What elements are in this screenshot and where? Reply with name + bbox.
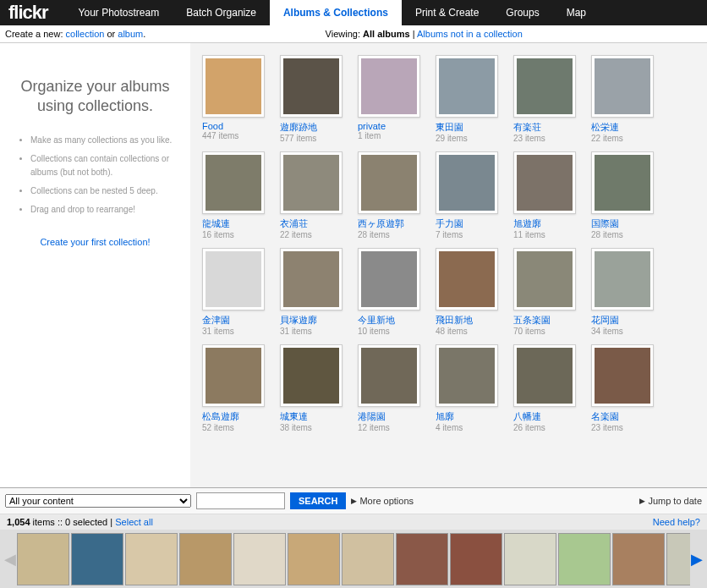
album-title[interactable]: 城東連: [280, 410, 346, 423]
album-title[interactable]: private: [358, 121, 424, 131]
album-title[interactable]: 名楽園: [591, 410, 657, 423]
content-filter-select[interactable]: All your content: [5, 494, 191, 508]
album-title[interactable]: 有楽荘: [513, 121, 579, 134]
strip-thumb[interactable]: [17, 533, 69, 585]
album-thumbnail[interactable]: [591, 248, 654, 310]
album-thumbnail[interactable]: [591, 55, 654, 118]
album-thumbnail[interactable]: [436, 55, 498, 118]
album-item[interactable]: 八幡連26 items: [513, 344, 579, 432]
more-options-toggle[interactable]: ▶More options: [351, 496, 414, 506]
album-item[interactable]: 松島遊廓52 items: [202, 344, 268, 432]
album-title[interactable]: 手力園: [436, 217, 501, 230]
album-title[interactable]: 松栄連: [591, 121, 657, 134]
album-title[interactable]: 五条楽園: [513, 314, 579, 327]
album-item[interactable]: Food447 items: [202, 55, 268, 143]
select-all-link[interactable]: Select all: [115, 517, 153, 527]
album-title[interactable]: 松島遊廓: [202, 410, 268, 423]
album-thumbnail[interactable]: [202, 151, 265, 214]
album-title[interactable]: 花岡園: [591, 314, 657, 327]
album-item[interactable]: 城東連38 items: [280, 344, 346, 432]
album-title[interactable]: 龍城連: [202, 217, 268, 230]
album-item[interactable]: 五条楽園70 items: [513, 248, 579, 336]
strip-thumb[interactable]: [450, 533, 502, 585]
strip-thumb[interactable]: [558, 533, 611, 585]
album-thumbnail[interactable]: [280, 344, 343, 407]
album-item[interactable]: private1 item: [358, 55, 424, 143]
nav-tab-print-create[interactable]: Print & Create: [402, 0, 492, 25]
album-item[interactable]: 金津園31 items: [202, 248, 268, 336]
strip-next-button[interactable]: ▶: [690, 550, 704, 569]
create-collection-link[interactable]: collection: [66, 29, 105, 39]
strip-thumb[interactable]: [233, 533, 286, 585]
album-title[interactable]: 東田園: [436, 121, 501, 134]
album-thumbnail[interactable]: [436, 151, 498, 214]
nav-tab-batch-organize[interactable]: Batch Organize: [173, 0, 270, 25]
album-item[interactable]: 旭廓4 items: [436, 344, 501, 432]
album-title[interactable]: 旭廓: [436, 410, 501, 423]
need-help-link[interactable]: Need help?: [653, 517, 700, 527]
jump-to-date-toggle[interactable]: ▶Jump to date: [639, 496, 702, 506]
strip-thumb[interactable]: [288, 533, 340, 585]
not-in-collection-link[interactable]: Albums not in a collection: [417, 29, 523, 39]
album-item[interactable]: 西ヶ原遊郭28 items: [358, 151, 424, 239]
album-thumbnail[interactable]: [202, 248, 265, 310]
album-thumbnail[interactable]: [513, 248, 576, 310]
album-item[interactable]: 有楽荘23 items: [513, 55, 579, 143]
album-title[interactable]: 貝塚遊廓: [280, 314, 346, 327]
album-thumbnail[interactable]: [358, 344, 420, 407]
album-title[interactable]: 今里新地: [358, 314, 424, 327]
album-thumbnail[interactable]: [358, 248, 420, 310]
search-input[interactable]: [196, 492, 285, 509]
strip-thumb[interactable]: [666, 533, 690, 585]
nav-tab-map[interactable]: Map: [553, 0, 600, 25]
search-button[interactable]: SEARCH: [290, 492, 346, 509]
album-thumbnail[interactable]: [513, 151, 576, 214]
album-item[interactable]: 国際園28 items: [591, 151, 657, 239]
strip-prev-button[interactable]: ◀: [3, 550, 17, 569]
album-item[interactable]: 今里新地10 items: [358, 248, 424, 336]
strip-thumb[interactable]: [504, 533, 556, 585]
strip-thumb[interactable]: [179, 533, 232, 585]
album-item[interactable]: 衣浦荘22 items: [280, 151, 346, 239]
flickr-logo[interactable]: flickr: [8, 2, 48, 24]
album-item[interactable]: 東田園29 items: [436, 55, 501, 143]
album-thumbnail[interactable]: [591, 151, 654, 214]
create-first-collection-link[interactable]: Create your first collection!: [40, 237, 150, 247]
album-thumbnail[interactable]: [280, 55, 343, 118]
strip-thumb[interactable]: [612, 533, 665, 585]
strip-thumb[interactable]: [71, 533, 123, 585]
album-item[interactable]: 旭遊廓11 items: [513, 151, 579, 239]
album-item[interactable]: 花岡園34 items: [591, 248, 657, 336]
album-title[interactable]: 旭遊廓: [513, 217, 579, 230]
album-thumbnail[interactable]: [280, 248, 343, 310]
album-thumbnail[interactable]: [436, 248, 498, 310]
album-thumbnail[interactable]: [280, 151, 343, 214]
album-item[interactable]: 港陽園12 items: [358, 344, 424, 432]
album-title[interactable]: 国際園: [591, 217, 657, 230]
album-item[interactable]: 貝塚遊廓31 items: [280, 248, 346, 336]
album-title[interactable]: 西ヶ原遊郭: [358, 217, 424, 230]
create-album-link[interactable]: album: [118, 29, 143, 39]
album-item[interactable]: 飛田新地48 items: [436, 248, 501, 336]
album-item[interactable]: 手力園7 items: [436, 151, 501, 239]
album-title[interactable]: 金津園: [202, 314, 268, 327]
album-item[interactable]: 名楽園23 items: [591, 344, 657, 432]
album-item[interactable]: 松栄連22 items: [591, 55, 657, 143]
album-item[interactable]: 龍城連16 items: [202, 151, 268, 239]
album-thumbnail[interactable]: [202, 344, 265, 407]
album-thumbnail[interactable]: [591, 344, 654, 407]
album-title[interactable]: 飛田新地: [436, 314, 501, 327]
album-thumbnail[interactable]: [436, 344, 498, 407]
strip-thumb[interactable]: [125, 533, 178, 585]
strip-thumb[interactable]: [396, 533, 448, 585]
album-title[interactable]: 衣浦荘: [280, 217, 346, 230]
album-item[interactable]: 遊廓跡地577 items: [280, 55, 346, 143]
album-thumbnail[interactable]: [358, 151, 420, 214]
album-thumbnail[interactable]: [513, 344, 576, 407]
album-title[interactable]: 八幡連: [513, 410, 579, 423]
strip-thumb[interactable]: [342, 533, 394, 585]
album-thumbnail[interactable]: [202, 55, 265, 118]
nav-tab-groups[interactable]: Groups: [492, 0, 552, 25]
nav-tab-your-photostream[interactable]: Your Photostream: [65, 0, 173, 25]
nav-tab-albums-collections[interactable]: Albums & Collections: [270, 0, 402, 25]
